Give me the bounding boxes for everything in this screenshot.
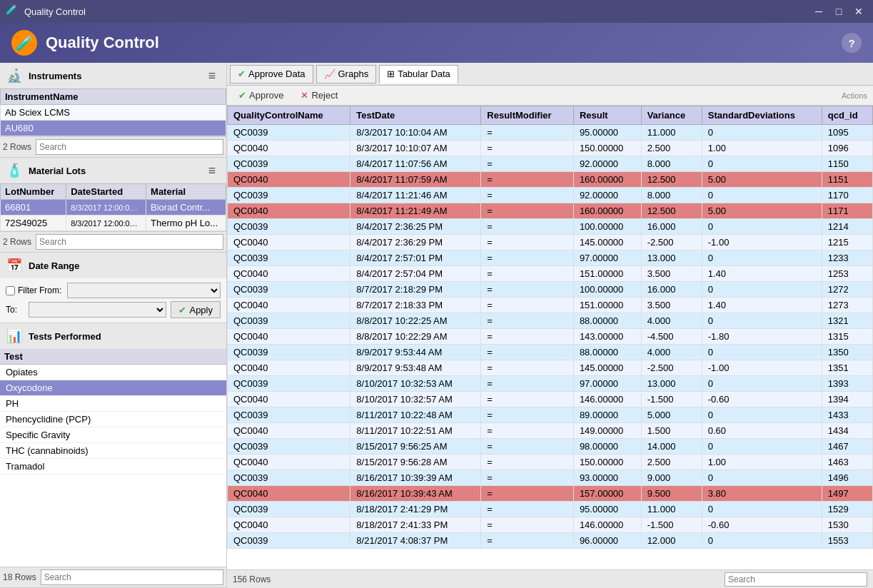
instruments-row[interactable]: Ab Sciex LCMS: [1, 105, 226, 121]
material-lots-search-input[interactable]: [36, 234, 223, 250]
table-row[interactable]: QC0040 8/15/2017 9:56:28 AM = 150.00000 …: [228, 455, 873, 470]
test-item[interactable]: THC (cannabinoids): [0, 443, 226, 459]
instruments-menu-button[interactable]: [203, 67, 221, 84]
instruments-footer: 2 Rows: [0, 136, 226, 157]
reject-button[interactable]: ✕ Reject: [295, 88, 343, 103]
tabular-data-button[interactable]: ⊞ Tabular Data: [379, 65, 458, 83]
approve-button[interactable]: ✔ Approve: [233, 88, 289, 103]
tests-search-input[interactable]: [41, 569, 223, 585]
cell-qcname: QC0039: [228, 376, 350, 392]
table-row[interactable]: QC0039 8/8/2017 10:22:25 AM = 88.00000 4…: [228, 313, 873, 329]
close-button[interactable]: ✕: [850, 4, 867, 19]
cell-variance: 13.000: [641, 376, 702, 392]
table-row[interactable]: QC0040 8/9/2017 9:53:48 AM = 145.00000 -…: [228, 360, 873, 376]
cell-variance: 13.000: [641, 250, 702, 266]
apply-button[interactable]: ✔ Apply: [171, 301, 221, 318]
table-row[interactable]: QC0040 8/16/2017 10:39:43 AM = 157.00000…: [228, 486, 873, 502]
cell-resultmodifier: =: [481, 407, 574, 423]
table-row[interactable]: QC0040 8/4/2017 2:57:04 PM = 151.00000 3…: [228, 266, 873, 282]
filter-from-label: Filter From:: [18, 285, 61, 295]
material-lot-row[interactable]: 66801 8/3/2017 12:00:00 AM Biorad Contr.…: [1, 200, 226, 216]
table-row[interactable]: QC0039 8/4/2017 11:21:46 AM = 92.00000 8…: [228, 188, 873, 203]
cell-result: 95.00000: [573, 502, 641, 517]
instruments-row[interactable]: AU680: [1, 121, 226, 136]
table-row[interactable]: QC0040 8/4/2017 2:36:29 PM = 145.00000 -…: [228, 235, 873, 250]
cell-result: 92.00000: [573, 156, 641, 172]
test-item[interactable]: PH: [0, 396, 226, 412]
cell-qcdid: 1321: [822, 313, 872, 329]
cell-qcdid: 1463: [822, 455, 872, 470]
table-row[interactable]: QC0040 8/4/2017 11:21:49 AM = 160.00000 …: [228, 203, 873, 219]
table-row[interactable]: QC0040 8/8/2017 10:22:29 AM = 143.00000 …: [228, 329, 873, 345]
cell-stddev: 0: [702, 313, 822, 329]
table-row[interactable]: QC0039 8/10/2017 10:32:53 AM = 97.00000 …: [228, 376, 873, 392]
table-search-input[interactable]: [725, 572, 867, 587]
table-row[interactable]: QC0040 8/10/2017 10:32:57 AM = 146.00000…: [228, 392, 873, 407]
table-row[interactable]: QC0039 8/7/2017 2:18:29 PM = 100.00000 1…: [228, 282, 873, 298]
cell-qcdid: 1350: [822, 345, 872, 360]
table-row[interactable]: QC0039 8/21/2017 4:08:37 PM = 96.00000 1…: [228, 533, 873, 549]
table-row[interactable]: QC0039 8/11/2017 10:22:48 AM = 89.00000 …: [228, 407, 873, 423]
cell-qcname: QC0040: [228, 455, 350, 470]
cell-resultmodifier: =: [481, 235, 574, 250]
cell-qcname: QC0039: [228, 470, 350, 486]
table-row[interactable]: QC0039 8/4/2017 11:07:56 AM = 92.00000 8…: [228, 156, 873, 172]
cell-testdate: 8/18/2017 2:41:33 PM: [350, 517, 481, 533]
data-table-header-row: QualityControlName TestDate ResultModifi…: [228, 106, 873, 125]
filter-from-select[interactable]: [67, 283, 221, 298]
table-row[interactable]: QC0040 8/4/2017 11:07:59 AM = 160.00000 …: [228, 172, 873, 188]
test-item[interactable]: Tramadol: [0, 459, 226, 475]
maximize-button[interactable]: □: [830, 4, 847, 19]
cell-resultmodifier: =: [481, 360, 574, 376]
material-lots-menu-button[interactable]: [203, 162, 221, 179]
col-qcdid: qcd_id: [822, 106, 872, 125]
instruments-search-input[interactable]: [36, 139, 223, 155]
test-item[interactable]: Phencyclidine (PCP): [0, 412, 226, 427]
cell-variance: 3.500: [641, 266, 702, 282]
table-row[interactable]: QC0040 8/3/2017 10:10:07 AM = 150.00000 …: [228, 141, 873, 156]
table-row[interactable]: QC0039 8/4/2017 2:57:01 PM = 97.00000 13…: [228, 250, 873, 266]
table-row[interactable]: QC0040 8/11/2017 10:22:51 AM = 149.00000…: [228, 423, 873, 439]
reject-label: Reject: [311, 90, 338, 101]
cell-testdate: 8/9/2017 9:53:44 AM: [350, 345, 481, 360]
cell-variance: -1.500: [641, 392, 702, 407]
cell-testdate: 8/4/2017 2:36:29 PM: [350, 235, 481, 250]
table-row[interactable]: QC0040 8/18/2017 2:41:33 PM = 146.00000 …: [228, 517, 873, 533]
table-row[interactable]: QC0039 8/18/2017 2:41:29 PM = 95.00000 1…: [228, 502, 873, 517]
cell-resultmodifier: =: [481, 141, 574, 156]
approve-data-button[interactable]: ✔ Approve Data: [230, 65, 313, 83]
help-button[interactable]: ?: [842, 33, 862, 53]
test-item[interactable]: Oxycodone: [0, 380, 226, 396]
cell-qcname: QC0039: [228, 407, 350, 423]
filter-to-select[interactable]: [29, 302, 166, 318]
test-item[interactable]: Specific Gravity: [0, 427, 226, 443]
table-row[interactable]: QC0039 8/3/2017 10:10:04 AM = 95.00000 1…: [228, 125, 873, 141]
cell-result: 146.00000: [573, 517, 641, 533]
cell-resultmodifier: =: [481, 156, 574, 172]
test-item[interactable]: Opiates: [0, 365, 226, 380]
table-row[interactable]: QC0039 8/9/2017 9:53:44 AM = 88.00000 4.…: [228, 345, 873, 360]
cell-qcname: QC0039: [228, 439, 350, 455]
window-title: Quality Control: [24, 6, 810, 17]
material-lot-row[interactable]: 72S49025 8/3/2017 12:00:00 AM Thermo pH …: [1, 216, 226, 231]
actions-bar: ✔ Approve ✕ Reject Actions: [227, 86, 873, 106]
cell-qcname: QC0039: [228, 156, 350, 172]
cell-resultmodifier: =: [481, 533, 574, 549]
cell-resultmodifier: =: [481, 517, 574, 533]
cell-resultmodifier: =: [481, 250, 574, 266]
cell-testdate: 8/21/2017 4:08:37 PM: [350, 533, 481, 549]
cell-qcdid: 1351: [822, 360, 872, 376]
minimize-button[interactable]: ─: [810, 4, 827, 19]
table-row[interactable]: QC0039 8/16/2017 10:39:39 AM = 93.00000 …: [228, 470, 873, 486]
instruments-section: 🔬 Instruments InstrumentName Ab Sciex LC…: [0, 63, 226, 158]
graphs-button[interactable]: 📈 Graphs: [316, 65, 377, 83]
col-qcname: QualityControlName: [228, 106, 350, 125]
cell-stddev: 0: [702, 376, 822, 392]
filter-from-checkbox[interactable]: [6, 286, 15, 295]
table-row[interactable]: QC0039 8/4/2017 2:36:25 PM = 100.00000 1…: [228, 219, 873, 235]
table-row[interactable]: QC0040 8/7/2017 2:18:33 PM = 151.00000 3…: [228, 298, 873, 313]
table-row[interactable]: QC0039 8/15/2017 9:56:25 AM = 98.00000 1…: [228, 439, 873, 455]
data-table-container[interactable]: QualityControlName TestDate ResultModifi…: [227, 106, 873, 569]
cell-qcname: QC0039: [228, 125, 350, 141]
cell-resultmodifier: =: [481, 470, 574, 486]
